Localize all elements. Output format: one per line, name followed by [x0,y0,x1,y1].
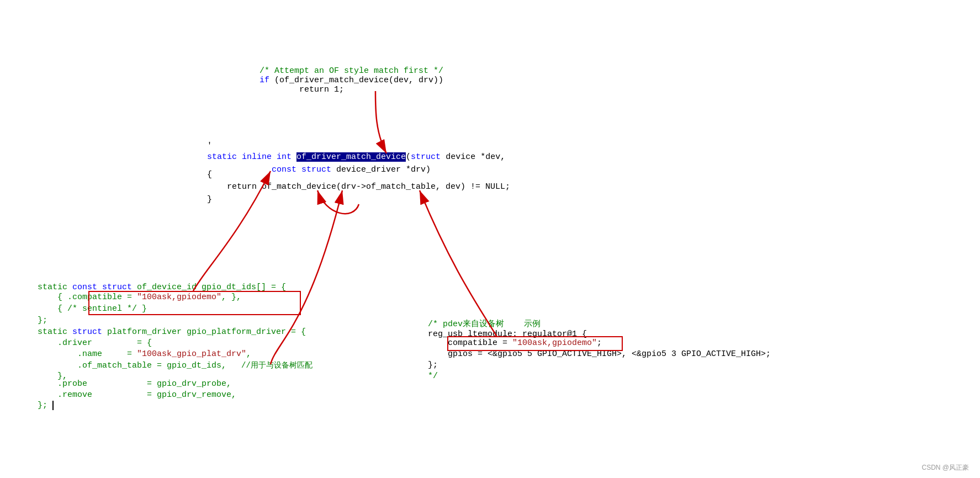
return-line: return of_match_device(drv->of_match_tab… [207,182,510,192]
ids-semicolon: }; [38,316,47,325]
const-struct-line: const struct device_driver *drv) [207,165,431,174]
code-area: /* Attempt an OF style match first */ if… [0,0,980,478]
static-inline-line: static inline int of_driver_match_device… [207,152,505,162]
compatible-block: { .compatible = "100ask,gpiodemo", }, [38,293,241,302]
pdev-comment: /* pdev来自设备树 示例 [428,318,541,329]
pdev-brace-close: }; [428,360,438,370]
sentinel-line: { /* sentinel */ } [38,304,147,314]
pdev-comment-close: */ [428,371,438,381]
driver-block: .driver = { [38,338,152,348]
final-brace: }; [38,401,54,410]
function-highlight: of_driver_match_device [296,152,406,162]
brace-open: { [207,170,212,179]
tick-line: ' [207,141,212,151]
remove-line: .remove = gpio_drv_remove, [38,390,236,400]
reg-usb-line: reg_usb_ltemodule: regulator@1 { [428,330,587,339]
brace-close: } [207,195,212,204]
arrows-svg [0,0,980,478]
gpios-line: gpios = <&gpio5 5 GPIO_ACTIVE_HIGH>, <&g… [428,349,771,359]
top-comment: /* Attempt an OF style match first */ if… [259,66,443,94]
platform-driver-line: static struct platform_driver gpio_platf… [38,327,306,337]
compatible-block2: compatible = "100ask,gpiodemo"; [428,338,602,348]
watermark: CSDN @风正豪 [921,463,969,472]
of-match-line: .of_match_table = gpio_dt_ids, //用于与设备树匹… [38,360,312,370]
name-line: .name = "100ask_gpio_plat_drv", [38,349,251,359]
const-line: static const struct of_device_id gpio_dt… [38,283,286,292]
probe-line: .probe = gpio_drv_probe, [38,379,231,389]
